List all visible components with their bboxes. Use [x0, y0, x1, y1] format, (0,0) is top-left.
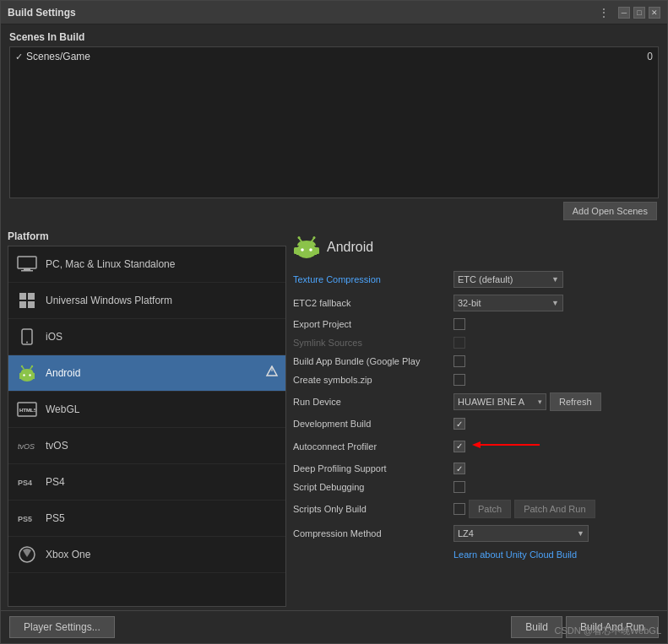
texture-compression-dropdown[interactable]: ETC (default) ▼ [453, 271, 563, 288]
deep-profiling-checkbox[interactable] [453, 463, 465, 474]
svg-point-29 [309, 248, 312, 252]
scene-item: ✓ Scenes/Game 0 [12, 49, 656, 64]
scripts-only-build-value: Patch Patch And Run [453, 500, 660, 518]
svg-rect-27 [296, 247, 317, 255]
run-device-dropdown[interactable]: HUAWEI BNE A ▾ [453, 393, 546, 410]
build-app-bundle-checkbox[interactable] [453, 355, 465, 367]
svg-text:PS5: PS5 [18, 515, 32, 523]
platform-tvos-label: tvOS [46, 440, 279, 452]
deep-profiling-value [453, 463, 660, 474]
symlink-sources-label: Symlink Sources [293, 338, 453, 348]
etc2-fallback-label: ETC2 fallback [293, 298, 453, 308]
ps5-icon: PS5 [15, 506, 39, 530]
autoconnect-profiler-checkbox[interactable] [453, 441, 465, 452]
minimize-button[interactable]: ─ [618, 7, 630, 19]
bottom-right-controls: Build Build And Run [511, 616, 659, 638]
bottom-bar: Player Settings... Build Build And Run [1, 610, 667, 643]
deep-profiling-row: Deep Profiling Support [293, 459, 660, 478]
svg-point-12 [29, 374, 30, 376]
scene-index: 0 [647, 51, 653, 62]
build-and-run-button[interactable]: Build And Run [566, 616, 659, 638]
maximize-button[interactable]: □ [633, 7, 645, 19]
scripts-only-build-row: Scripts Only Build Patch Patch And Run [293, 496, 660, 522]
learn-link-container: Learn about Unity Cloud Build [453, 549, 660, 560]
platform-item-ps4[interactable]: PS4 PS4 [8, 464, 285, 501]
texture-compression-row: Texture Compression ETC (default) ▼ [293, 268, 660, 291]
svg-point-11 [23, 374, 24, 376]
android-icon [15, 361, 39, 385]
settings-panel: Android Texture Compression ETC (default… [293, 230, 660, 607]
settings-content: Texture Compression ETC (default) ▼ ETC2… [293, 268, 660, 607]
window-title: Build Settings [8, 7, 598, 19]
main-content: Platform PC, Mac & Linux Standalone [1, 227, 667, 610]
platform-android-label: Android [46, 367, 258, 379]
platform-pc-label: PC, Mac & Linux Standalone [46, 258, 279, 270]
svg-text:tvOS: tvOS [18, 442, 35, 451]
learn-cloud-build-link[interactable]: Learn about Unity Cloud Build [453, 549, 577, 560]
svg-point-16 [31, 365, 33, 367]
platform-item-webgl[interactable]: HTML HTML5 WebGL [8, 392, 285, 428]
build-button[interactable]: Build [511, 616, 562, 638]
export-project-label: Export Project [293, 319, 453, 329]
webgl-icon: HTML HTML5 [15, 398, 39, 421]
autoconnect-profiler-label: Autoconnect Profiler [293, 441, 453, 452]
etc2-fallback-value: 32-bit ▼ [453, 295, 660, 311]
platform-xbox-label: Xbox One [46, 549, 279, 560]
compression-method-arrow-icon: ▼ [577, 529, 584, 538]
platform-item-tvos[interactable]: tvOS tvOS [8, 428, 285, 464]
platform-label: Platform [8, 230, 286, 242]
run-device-selected: HUAWEI BNE A [458, 397, 524, 407]
scripts-only-build-checkbox[interactable] [453, 503, 465, 515]
development-build-checkbox[interactable] [453, 418, 465, 430]
symlink-sources-row: Symlink Sources [293, 333, 660, 352]
close-button[interactable]: ✕ [649, 7, 660, 19]
svg-rect-10 [19, 373, 35, 379]
script-debugging-label: Script Debugging [293, 482, 453, 492]
add-open-scenes-button[interactable]: Add Open Scenes [563, 202, 657, 220]
tvos-icon: tvOS [15, 434, 39, 457]
etc2-fallback-dropdown[interactable]: 32-bit ▼ [453, 295, 563, 311]
svg-rect-35 [316, 247, 319, 254]
platform-item-pc[interactable]: PC, Mac & Linux Standalone [8, 246, 285, 283]
symlink-sources-checkbox[interactable] [453, 337, 465, 349]
export-project-checkbox[interactable] [453, 318, 465, 330]
patch-button[interactable]: Patch [469, 500, 511, 518]
compression-method-dropdown[interactable]: LZ4 ▼ [453, 525, 589, 542]
platform-item-uwp[interactable]: Universal Windows Platform [8, 283, 285, 319]
create-symbols-value [453, 374, 660, 386]
ps4-icon: PS4 [15, 470, 39, 494]
platform-item-xbox[interactable]: Xbox One [8, 537, 285, 573]
deep-profiling-label: Deep Profiling Support [293, 463, 453, 474]
create-symbols-checkbox[interactable] [453, 374, 465, 386]
texture-compression-label[interactable]: Texture Compression [293, 274, 453, 284]
etc2-fallback-row: ETC2 fallback 32-bit ▼ [293, 291, 660, 315]
platform-item-android[interactable]: Android [8, 355, 285, 392]
build-app-bundle-label: Build App Bundle (Google Play [293, 356, 453, 366]
unity-logo-icon [265, 365, 279, 382]
dropdown-arrow-icon: ▼ [551, 275, 559, 284]
scene-name: Scenes/Game [26, 51, 90, 62]
platform-panel: Platform PC, Mac & Linux Standalone [8, 230, 286, 607]
script-debugging-value [453, 481, 660, 493]
refresh-button[interactable]: Refresh [550, 392, 601, 411]
script-debugging-checkbox[interactable] [453, 481, 465, 493]
scenes-section: Scenes In Build ✓ Scenes/Game 0 Add Open… [1, 24, 667, 227]
platform-item-ps5[interactable]: PS5 PS5 [8, 501, 285, 537]
create-symbols-label: Create symbols.zip [293, 375, 453, 385]
patch-and-run-button[interactable]: Patch And Run [514, 500, 595, 518]
xbox-icon [15, 543, 39, 566]
add-scenes-container: Add Open Scenes [9, 198, 659, 224]
export-project-value [453, 318, 660, 330]
svg-rect-3 [19, 293, 26, 300]
svg-text:PS4: PS4 [18, 479, 32, 487]
window-menu-dots[interactable]: ⋮ [598, 6, 611, 19]
player-settings-button[interactable]: Player Settings... [9, 616, 115, 638]
svg-text:HTML5: HTML5 [19, 408, 37, 413]
learn-link-row: Learn about Unity Cloud Build [293, 545, 660, 564]
pc-icon [15, 252, 39, 276]
texture-compression-value: ETC (default) ▼ [453, 271, 660, 288]
build-app-bundle-row: Build App Bundle (Google Play [293, 352, 660, 371]
platform-item-ios[interactable]: iOS [8, 319, 285, 355]
compression-method-selected: LZ4 [458, 528, 474, 538]
settings-platform-title: Android [327, 240, 373, 255]
